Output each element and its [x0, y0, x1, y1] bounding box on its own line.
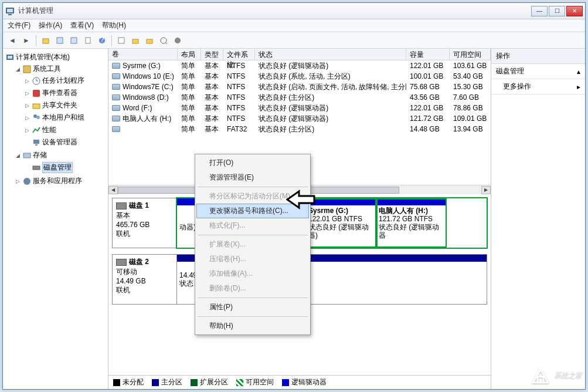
- tree-services[interactable]: ▷服务和应用程序: [13, 175, 107, 187]
- watermark: 系统之家: [531, 366, 582, 384]
- svg-rect-26: [35, 144, 38, 146]
- drive-icon: [112, 63, 120, 69]
- tree-root[interactable]: 计算机管理(本地): [4, 52, 107, 63]
- svg-rect-21: [33, 90, 40, 97]
- scroll-left[interactable]: ◀: [108, 186, 118, 194]
- app-icon: [5, 6, 15, 16]
- tree-device-manager[interactable]: 设备管理器: [23, 137, 107, 148]
- toolbar-icon-d[interactable]: [158, 35, 169, 46]
- forward-button[interactable]: ►: [21, 35, 32, 46]
- ctx-explorer[interactable]: 资源管理器(E): [196, 170, 309, 185]
- actions-section[interactable]: 磁盘管理▴: [491, 64, 585, 79]
- svg-rect-27: [23, 153, 30, 158]
- menu-file[interactable]: 文件(F): [8, 21, 30, 31]
- refresh-button[interactable]: [68, 35, 80, 46]
- svg-rect-28: [33, 166, 40, 170]
- ctx-help[interactable]: 帮助(H): [196, 319, 309, 333]
- tree-local-users[interactable]: ▷本地用户和组: [23, 112, 107, 123]
- svg-rect-6: [86, 38, 90, 43]
- drive-icon: [112, 116, 120, 121]
- chevron-up-icon: ▴: [577, 67, 580, 76]
- actions-more[interactable]: 更多操作▸: [491, 79, 585, 94]
- scroll-right[interactable]: ▶: [481, 186, 491, 194]
- toolbar-icon-c[interactable]: [144, 35, 155, 46]
- tree-task-scheduler[interactable]: ▷任务计划程序: [23, 75, 107, 86]
- toolbar-icon-e[interactable]: [172, 35, 183, 46]
- col-type: 类型: [201, 49, 223, 60]
- tree-storage[interactable]: ◢存储: [13, 150, 107, 161]
- volume-row[interactable]: Windows8 (D:)简单基本NTFS状态良好 (主分区)43.56 GB7…: [108, 92, 491, 103]
- help-button[interactable]: ?: [96, 35, 108, 46]
- ctx-delete: 删除卷(D)...: [196, 281, 309, 296]
- tree-shared-folders[interactable]: ▷共享文件夹: [23, 100, 107, 111]
- close-button[interactable]: ✕: [566, 6, 583, 16]
- maximize-button[interactable]: ☐: [549, 6, 565, 16]
- volume-row[interactable]: 简单基本FAT32状态良好 (主分区)14.48 GB13.94 GB: [108, 124, 491, 134]
- col-status: 状态: [255, 49, 406, 60]
- ctx-properties[interactable]: 属性(P): [196, 300, 309, 315]
- svg-rect-10: [132, 39, 138, 43]
- actions-pane: 操作 磁盘管理▴ 更多操作▸: [491, 49, 585, 389]
- drive-icon: [112, 84, 120, 90]
- tree-event-viewer[interactable]: ▷事件查看器: [23, 87, 107, 99]
- svg-rect-17: [23, 66, 30, 73]
- tree-disk-management[interactable]: 磁盘管理: [23, 161, 107, 174]
- svg-rect-25: [33, 140, 39, 144]
- svg-rect-9: [118, 38, 124, 43]
- toolbar-icon-2[interactable]: [54, 35, 66, 46]
- volume-list[interactable]: Sysrme (G:)简单基本NTFS状态良好 (逻辑驱动器)122.01 GB…: [108, 60, 491, 134]
- svg-text:?: ?: [100, 37, 104, 44]
- col-capacity: 容量: [406, 49, 450, 60]
- disk-icon: [116, 202, 127, 209]
- ctx-mirror: 添加镜像(A)...: [196, 266, 309, 281]
- nav-tree[interactable]: 计算机管理(本地) ◢系统工具 ▷任务计划程序 ▷事件查看器 ▷共享文件夹 ▷本…: [3, 49, 108, 389]
- context-menu: 打开(O) 资源管理器(E) 将分区标记为活动分区(M) 更改驱动器号和路径(C…: [195, 154, 311, 335]
- svg-rect-4: [57, 38, 63, 43]
- drive-icon: [112, 73, 120, 79]
- partition-h[interactable]: 电脑人人有 (H:)121.72 GB NTFS状态良好 (逻辑驱动器: [376, 198, 447, 248]
- volume-row[interactable]: Word (F:)简单基本NTFS状态良好 (逻辑驱动器)122.01 GB78…: [108, 103, 491, 113]
- col-volume: 卷: [108, 49, 178, 60]
- up-button[interactable]: [40, 35, 52, 46]
- volume-row[interactable]: 电脑人人有 (H:)简单基本NTFS状态良好 (逻辑驱动器)121.72 GB1…: [108, 113, 491, 124]
- actions-header: 操作: [491, 49, 585, 64]
- toolbar-icon-a[interactable]: [115, 35, 127, 46]
- menu-action[interactable]: 操作(A): [39, 21, 62, 31]
- svg-point-24: [36, 116, 40, 119]
- volume-row[interactable]: Windows7E (C:)简单基本NTFS状态良好 (启动, 页面文件, 活动…: [108, 82, 491, 92]
- col-fs: 文件系统: [223, 49, 255, 60]
- toolbar: ◄ ► ?: [3, 32, 585, 49]
- menubar: 文件(F) 操作(A) 查看(V) 帮助(H): [3, 19, 585, 32]
- minimize-button[interactable]: —: [531, 6, 548, 16]
- svg-rect-16: [8, 56, 12, 59]
- svg-line-13: [165, 42, 167, 44]
- tree-system-tools[interactable]: ◢系统工具: [13, 63, 107, 75]
- ctx-extend: 扩展卷(X)...: [196, 237, 309, 252]
- tree-performance[interactable]: ▷性能: [23, 124, 107, 136]
- partition-g[interactable]: Sysrme (G:)122.01 GB NTFS状态良好 (逻辑驱动器): [306, 198, 376, 248]
- pointer-arrow-icon: [286, 189, 315, 210]
- disk-info-1[interactable]: 磁盘 2 可移动 14.49 GB 联机: [112, 254, 176, 305]
- svg-rect-5: [71, 38, 77, 43]
- menu-view[interactable]: 查看(V): [70, 21, 94, 31]
- drive-icon: [112, 105, 120, 111]
- titlebar: 计算机管理 — ☐ ✕: [3, 3, 585, 19]
- ctx-open[interactable]: 打开(O): [196, 156, 309, 170]
- volume-row[interactable]: Windows 10 (E:)简单基本NTFS状态良好 (系统, 活动, 主分区…: [108, 71, 491, 82]
- disk-info-0[interactable]: 磁盘 1 基本 465.76 GB 联机: [112, 198, 176, 248]
- svg-point-29: [23, 178, 30, 185]
- svg-rect-3: [43, 39, 49, 43]
- drive-icon: [112, 126, 120, 132]
- disk-icon: [116, 259, 127, 266]
- volume-header[interactable]: 卷 布局 类型 文件系统 状态 容量 可用空间: [108, 49, 491, 60]
- toolbar-icon-b[interactable]: [130, 35, 141, 46]
- ctx-shrink: 压缩卷(H)...: [196, 252, 309, 266]
- svg-rect-1: [7, 9, 13, 12]
- drive-icon: [112, 94, 120, 100]
- properties-button[interactable]: [82, 35, 94, 46]
- legend: 未分配 主分区 扩展分区 可用空间 逻辑驱动器: [108, 375, 491, 389]
- menu-help[interactable]: 帮助(H): [102, 21, 126, 31]
- ctx-format: 格式化(F)...: [196, 218, 309, 233]
- back-button[interactable]: ◄: [6, 35, 18, 46]
- volume-row[interactable]: Sysrme (G:)简单基本NTFS状态良好 (逻辑驱动器)122.01 GB…: [108, 60, 491, 71]
